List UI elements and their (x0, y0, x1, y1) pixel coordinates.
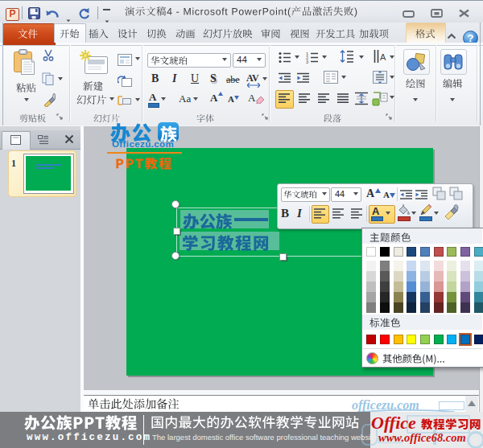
svg-text:A: A (380, 52, 386, 62)
svg-text:3: 3 (306, 60, 308, 64)
